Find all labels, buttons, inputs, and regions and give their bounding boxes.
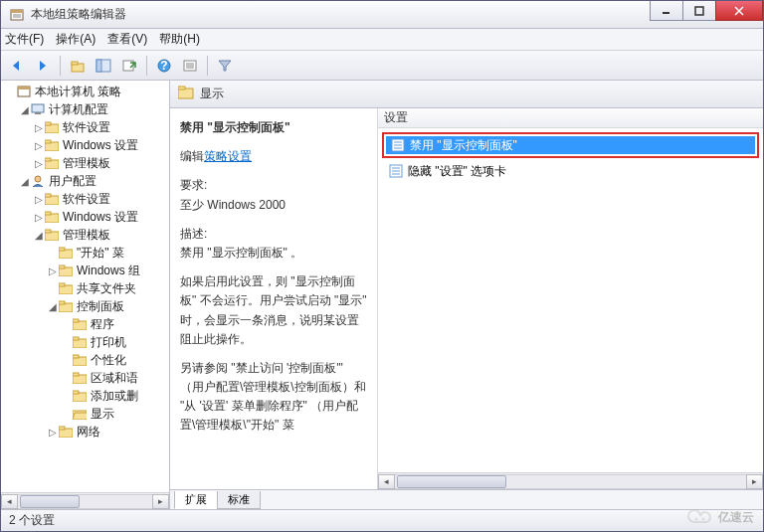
- svg-rect-9: [72, 62, 78, 65]
- scroll-right-icon[interactable]: ▸: [746, 474, 763, 489]
- toolbar: ?: [1, 51, 763, 81]
- expand-icon[interactable]: ▷: [33, 140, 44, 151]
- tab-standard[interactable]: 标准: [217, 491, 261, 509]
- tabs: 扩展 标准: [170, 489, 763, 509]
- tree-computer-config[interactable]: ◢计算机配置: [1, 100, 169, 118]
- tree-item[interactable]: 个性化: [1, 351, 169, 369]
- collapse-icon[interactable]: ◢: [19, 176, 30, 187]
- tree-item[interactable]: ▷网络: [1, 423, 169, 441]
- tree-item[interactable]: ▷管理模板: [1, 154, 169, 172]
- app-window: 本地组策略编辑器 文件(F) 操作(A) 查看(V) 帮助(H) ? 本地计算机…: [0, 0, 764, 532]
- svg-rect-39: [59, 266, 65, 268]
- status-text: 2 个设置: [9, 512, 55, 529]
- help-button[interactable]: ?: [152, 54, 176, 78]
- tree-control-panel[interactable]: ◢控制面板: [1, 297, 169, 315]
- menu-help[interactable]: 帮助(H): [159, 31, 200, 48]
- expand-icon[interactable]: ▷: [47, 427, 58, 438]
- list-pane: 设置 禁用 "显示控制面板" 隐藏 "设置" 选项卡 ◂: [377, 108, 763, 489]
- policy-item-icon: [390, 137, 406, 153]
- show-hide-tree-button[interactable]: [92, 54, 115, 78]
- folder-icon: [44, 209, 60, 225]
- description-label: 描述:: [180, 225, 369, 244]
- titlebar[interactable]: 本地组策略编辑器: [1, 1, 763, 29]
- folder-icon: [72, 370, 88, 386]
- scroll-left-icon[interactable]: ◂: [378, 474, 395, 489]
- collapse-icon[interactable]: ◢: [33, 230, 44, 241]
- requirements-label: 要求:: [180, 176, 369, 195]
- menu-view[interactable]: 查看(V): [107, 31, 147, 48]
- scroll-right-icon[interactable]: ▸: [152, 494, 169, 509]
- tree-user-config[interactable]: ◢用户配置: [1, 172, 169, 190]
- tree-item[interactable]: ▷软件设置: [1, 190, 169, 208]
- content-pane: 显示 禁用 "显示控制面板" 编辑策略设置 要求: 至少 Windows 200…: [170, 81, 763, 509]
- description-text: 禁用 "显示控制面板" 。: [180, 244, 369, 263]
- minimize-button[interactable]: [650, 1, 683, 21]
- tree-pane: 本地计算机 策略 ◢计算机配置 ▷软件设置 ▷Windows 设置 ▷管理模板 …: [1, 81, 170, 509]
- scroll-left-icon[interactable]: ◂: [1, 494, 18, 509]
- statusbar: 2 个设置: [1, 509, 763, 531]
- svg-rect-33: [45, 212, 51, 215]
- back-button[interactable]: [5, 54, 29, 78]
- list-item-disable-display[interactable]: 禁用 "显示控制面板": [386, 136, 755, 154]
- edit-policy-link[interactable]: 策略设置: [204, 149, 252, 163]
- expand-icon[interactable]: ▷: [33, 158, 44, 169]
- tree-item[interactable]: "开始" 菜: [1, 244, 169, 262]
- svg-point-67: [695, 518, 698, 521]
- tree-item[interactable]: ▷Windows 设置: [1, 208, 169, 226]
- svg-rect-47: [73, 337, 79, 340]
- expand-icon[interactable]: ▷: [33, 122, 44, 133]
- scroll-track[interactable]: [395, 474, 746, 489]
- tree-item[interactable]: 打印机: [1, 333, 169, 351]
- tree-root[interactable]: 本地计算机 策略: [1, 83, 169, 100]
- folder-icon: [44, 155, 60, 171]
- list-item-hide-settings[interactable]: 隐藏 "设置" 选项卡: [384, 162, 763, 180]
- content-header: 显示: [170, 81, 763, 108]
- menu-action[interactable]: 操作(A): [56, 31, 96, 48]
- requirements-value: 至少 Windows 2000: [180, 196, 369, 215]
- tree-h-scrollbar[interactable]: ◂ ▸: [1, 492, 169, 509]
- svg-point-29: [35, 176, 41, 182]
- tree-item[interactable]: ▷软件设置: [1, 118, 169, 136]
- expand-icon[interactable]: ▷: [47, 266, 58, 276]
- expand-icon[interactable]: ▷: [33, 194, 44, 205]
- close-button[interactable]: [715, 1, 763, 21]
- scroll-track[interactable]: [18, 494, 152, 509]
- policy-item-icon: [388, 163, 404, 179]
- filter-button[interactable]: [213, 54, 237, 78]
- tree-item[interactable]: 区域和语: [1, 369, 169, 387]
- tree-item[interactable]: 程序: [1, 315, 169, 333]
- user-icon: [30, 173, 46, 189]
- properties-button[interactable]: [178, 54, 202, 78]
- forward-button[interactable]: [31, 54, 55, 78]
- expand-icon[interactable]: ▷: [33, 212, 44, 223]
- svg-rect-51: [73, 373, 79, 376]
- folder-icon: [72, 352, 88, 368]
- svg-rect-58: [178, 87, 185, 89]
- tree[interactable]: 本地计算机 策略 ◢计算机配置 ▷软件设置 ▷Windows 设置 ▷管理模板 …: [1, 81, 169, 492]
- folder-icon: [44, 137, 60, 153]
- svg-rect-28: [45, 158, 51, 161]
- list-h-scrollbar[interactable]: ◂ ▸: [378, 472, 763, 489]
- window-title: 本地组策略编辑器: [31, 6, 651, 23]
- tree-item[interactable]: 添加或删: [1, 387, 169, 405]
- scroll-thumb[interactable]: [20, 495, 80, 508]
- maximize-button[interactable]: [682, 1, 716, 21]
- tree-admin-templates[interactable]: ◢管理模板: [1, 226, 169, 244]
- tree-item[interactable]: ▷Windows 设置: [1, 136, 169, 154]
- svg-rect-49: [73, 355, 79, 358]
- menu-file[interactable]: 文件(F): [5, 31, 44, 48]
- column-header-setting[interactable]: 设置: [378, 108, 763, 128]
- toolbar-separator: [146, 56, 147, 76]
- tree-display-selected[interactable]: 显示: [1, 405, 169, 423]
- svg-rect-11: [96, 60, 101, 72]
- up-button[interactable]: [66, 54, 90, 78]
- collapse-icon[interactable]: ◢: [19, 104, 30, 115]
- tree-item[interactable]: ▷Windows 组: [1, 262, 169, 279]
- tree-item[interactable]: 共享文件夹: [1, 279, 169, 297]
- tab-extended[interactable]: 扩展: [174, 491, 218, 509]
- list-empty-area[interactable]: [378, 180, 763, 472]
- scroll-thumb[interactable]: [397, 475, 506, 488]
- collapse-icon[interactable]: ◢: [47, 301, 58, 312]
- svg-rect-21: [32, 104, 44, 112]
- export-list-button[interactable]: [117, 54, 141, 78]
